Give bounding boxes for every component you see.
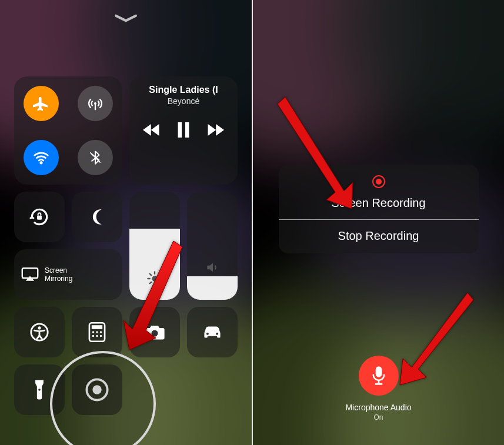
bluetooth-toggle[interactable]	[78, 140, 113, 175]
stop-recording-button[interactable]: Stop Recording	[279, 220, 479, 253]
control-center-panel: Single Ladies (I Beyoncé	[0, 0, 252, 445]
calculator-button[interactable]	[72, 307, 122, 357]
moon-icon	[87, 207, 107, 227]
media-tile[interactable]: Single Ladies (I Beyoncé	[129, 76, 238, 185]
cellular-data-toggle[interactable]	[78, 86, 113, 121]
fastforward-icon	[206, 123, 224, 137]
flashlight-button[interactable]	[14, 364, 65, 415]
svg-point-27	[206, 333, 209, 335]
screen-recording-panel: Screen Recording Stop Recording Micropho…	[253, 0, 504, 445]
svg-point-17	[38, 326, 41, 329]
fastforward-button[interactable]	[206, 123, 224, 139]
svg-rect-4	[185, 122, 189, 138]
driving-mode-button[interactable]	[187, 307, 238, 357]
accessibility-icon	[29, 322, 49, 342]
annotation-arrow-right-bottom	[391, 288, 473, 390]
wifi-toggle[interactable]	[24, 140, 59, 175]
calculator-icon	[88, 322, 106, 342]
rotation-lock-button[interactable]	[14, 192, 65, 242]
svg-point-21	[96, 331, 98, 333]
wifi-icon	[32, 149, 50, 166]
svg-point-23	[92, 335, 95, 337]
svg-point-20	[92, 331, 95, 333]
connectivity-tile[interactable]	[14, 76, 122, 185]
annotation-arrow-left	[118, 235, 188, 355]
record-icon	[84, 377, 110, 403]
recording-indicator-icon	[372, 175, 385, 188]
svg-rect-3	[178, 122, 182, 138]
pause-icon	[177, 122, 190, 138]
pause-button[interactable]	[177, 122, 190, 140]
airplane-mode-toggle[interactable]	[24, 86, 59, 121]
speaker-icon	[205, 260, 220, 277]
now-playing-artist: Beyoncé	[168, 96, 199, 106]
microphone-label: Microphone Audio	[345, 403, 411, 412]
screen-record-button[interactable]	[72, 364, 122, 415]
cellular-antenna-icon	[86, 95, 104, 112]
car-icon	[201, 324, 223, 340]
microphone-icon	[369, 366, 387, 386]
annotation-arrow-right-top	[276, 91, 371, 211]
svg-point-1	[40, 162, 42, 164]
svg-rect-19	[92, 325, 102, 329]
svg-rect-32	[375, 366, 381, 377]
microphone-state: On	[373, 413, 383, 421]
svg-point-22	[100, 331, 102, 333]
screen-mirroring-label-1: Screen	[45, 266, 67, 275]
rewind-button[interactable]	[143, 123, 161, 139]
do-not-disturb-button[interactable]	[72, 192, 122, 242]
rewind-icon	[143, 123, 161, 137]
screen-mirroring-label-2: Mirroring	[45, 275, 72, 283]
svg-point-25	[100, 335, 102, 337]
accessibility-button[interactable]	[14, 307, 65, 357]
volume-slider[interactable]	[187, 192, 238, 300]
flashlight-icon	[34, 379, 45, 400]
airplay-icon	[21, 267, 39, 282]
rotation-lock-icon	[28, 206, 51, 228]
now-playing-title: Single Ladies (I	[134, 85, 233, 95]
svg-point-29	[38, 389, 41, 391]
svg-point-28	[216, 333, 218, 335]
chevron-down-icon[interactable]	[114, 13, 138, 26]
bluetooth-icon	[88, 150, 103, 165]
svg-point-24	[96, 335, 98, 337]
screen-mirroring-button[interactable]: ScreenMirroring	[14, 249, 122, 300]
svg-point-31	[92, 385, 101, 394]
svg-rect-5	[37, 216, 42, 220]
airplane-icon	[33, 95, 49, 112]
